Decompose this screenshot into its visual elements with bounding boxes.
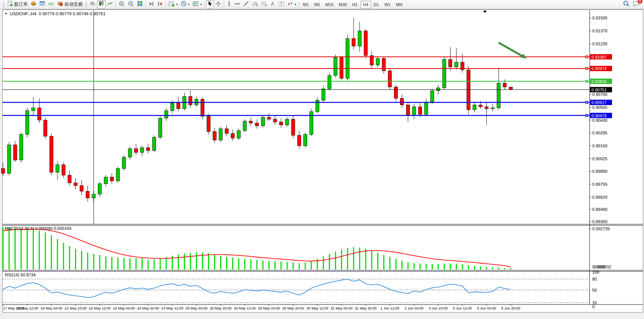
sound-alert-button[interactable]: [47, 0, 56, 8]
chart-canvas[interactable]: 0.915050.913700.912350.907000.905650.904…: [0, 0, 644, 319]
timeframe-toolbar: M1M5M15M30H1H4D1W1MN: [300, 0, 405, 9]
toolbar-separator: [299, 1, 299, 8]
data-window-button[interactable]: [38, 0, 47, 8]
timeframe-button-m5[interactable]: M5: [311, 1, 322, 8]
candle-body: [352, 38, 355, 46]
bar-chart-button[interactable]: [88, 0, 97, 8]
zoom-in-button[interactable]: [117, 0, 126, 8]
arrow-annotation[interactable]: [499, 43, 524, 57]
rsi-line: [3, 279, 511, 298]
crosshair-button[interactable]: [214, 0, 223, 8]
price-axis[interactable]: 0.915050.913700.912350.907000.905650.904…: [590, 16, 612, 224]
equidistant-channel-tool[interactable]: E: [250, 0, 260, 8]
market-watch-button[interactable]: [29, 0, 38, 8]
new-order-icon: [7, 1, 13, 8]
candle-body: [243, 121, 247, 131]
candle-body: [400, 98, 404, 105]
price-tick-label: 0.90160: [592, 144, 607, 148]
text-label-tool[interactable]: T: [277, 0, 286, 8]
candle-body: [158, 118, 162, 137]
arrows-tool[interactable]: ▾: [286, 0, 298, 8]
tile-windows-button[interactable]: [135, 0, 144, 8]
templates-button[interactable]: ▾: [191, 0, 203, 8]
candlestick-chart-button[interactable]: [97, 0, 106, 8]
indicators-button[interactable]: ▾: [167, 0, 179, 8]
fibonacci-tool[interactable]: F: [260, 0, 269, 8]
candle-body: [424, 102, 428, 114]
mt4-application: { "toolbar": { "new_order_label": "新订单",…: [0, 0, 644, 319]
price-line-label: 0.90974: [591, 66, 607, 71]
chart-menu-arrow-icon[interactable]: ▼: [5, 12, 8, 16]
autotrading-label: 自动交易: [64, 1, 83, 8]
text-tool[interactable]: A: [269, 0, 277, 8]
line-chart-button[interactable]: [106, 0, 115, 8]
indicators-icon: [169, 1, 175, 8]
candle-body: [116, 169, 120, 181]
toolbar-grip[interactable]: [85, 2, 87, 8]
timeframe-button-d1[interactable]: D1: [371, 1, 382, 8]
candle-body: [80, 186, 83, 191]
svg-text:E: E: [256, 4, 258, 6]
candle-body: [171, 103, 174, 111]
candlestick-chart-icon: [99, 1, 104, 8]
candle-body: [364, 31, 367, 56]
timeframe-button-h1[interactable]: H1: [349, 1, 360, 8]
auto-scroll-button[interactable]: [147, 0, 156, 8]
hline-handle-dot: [586, 115, 587, 116]
candle-body: [267, 117, 271, 119]
candle-body: [177, 103, 180, 109]
time-tick-label: 25 May 20:00: [210, 306, 232, 310]
time-tick-label: 5 Jun 12:00: [453, 306, 472, 310]
toolbar-right-group: 1: [623, 0, 642, 8]
toolbar-grip[interactable]: [3, 2, 5, 8]
timeframe-button-w1[interactable]: W1: [382, 1, 394, 8]
candle-body: [443, 59, 446, 88]
candle-body: [153, 137, 156, 150]
price-tick-label: 0.89490: [592, 207, 607, 212]
candle-body: [189, 96, 192, 105]
candle-body: [237, 131, 241, 138]
hline-handle-dot: [586, 68, 587, 69]
timeframe-button-m15[interactable]: M15: [323, 1, 336, 8]
candle-body: [449, 59, 452, 67]
periods-button[interactable]: ▾: [179, 0, 191, 8]
timeframe-button-m1[interactable]: M1: [300, 1, 311, 8]
time-tick-label: 21 May 23:00: [65, 306, 87, 310]
vertical-line-tool[interactable]: [225, 0, 233, 8]
new-order-button[interactable]: 新订单: [6, 0, 29, 8]
toolbar-separator: [145, 1, 146, 8]
candle-body: [503, 83, 507, 87]
price-tick-label: 0.90430: [592, 118, 607, 123]
main-toolbar: 新订单 自动交易: [0, 0, 644, 9]
chart-title: ▼ USDCHF-,H4 0.90779 0.90779 0.90746 0.9…: [5, 11, 105, 16]
candle-body: [122, 157, 126, 169]
timeframe-button-h4[interactable]: H4: [360, 1, 371, 8]
time-tick-label: 22 May 12:00: [89, 306, 111, 310]
horizontal-line-tool[interactable]: [233, 0, 242, 8]
candle-body: [358, 31, 361, 46]
timeframe-button-mn[interactable]: MN: [393, 1, 405, 8]
rsi-indicator-label: RSI(14) 50.8734: [5, 273, 36, 277]
search-icon[interactable]: [623, 0, 630, 8]
candle-body: [213, 131, 216, 140]
scroll-group: [147, 0, 164, 9]
candle-body: [455, 62, 458, 67]
clock-icon: [181, 1, 187, 8]
candle-body: [346, 38, 349, 78]
candle-body: [225, 129, 228, 133]
candle-body: [98, 184, 102, 194]
notification-badge: 1: [638, 0, 642, 4]
price-tick-label: 0.91370: [592, 29, 607, 33]
chart-shift-button[interactable]: [156, 0, 164, 8]
timeframe-button-m30[interactable]: M30: [336, 1, 349, 8]
trendline-tool[interactable]: [242, 0, 250, 8]
candle-body: [231, 133, 234, 138]
time-axis[interactable]: 17 May 202318 May 12:0019 May 04:0021 Ma…: [3, 305, 520, 310]
notifications-button[interactable]: 1: [633, 1, 639, 8]
candle-body: [328, 75, 331, 89]
autotrading-button[interactable]: 自动交易: [56, 0, 84, 8]
hline-handle-dot: [586, 56, 587, 57]
cursor-button[interactable]: [206, 0, 214, 8]
hline-handle-dot: [586, 102, 587, 103]
zoom-out-button[interactable]: [126, 0, 135, 8]
